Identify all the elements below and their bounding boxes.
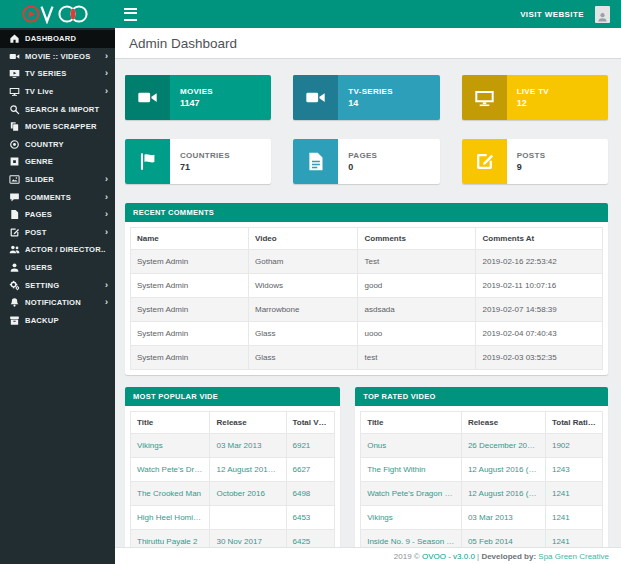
file-icon: [9, 209, 20, 220]
table-cell: test: [358, 346, 476, 370]
chevron-right-icon: ›: [105, 175, 108, 184]
column-header: Comments At: [476, 228, 603, 250]
recent-comments-body: NameVideoCommentsComments AtSystem Admin…: [125, 222, 608, 375]
chevron-right-icon: ›: [105, 87, 108, 96]
sidebar-item-movie-scrapper[interactable]: MOVIE SCRAPPER: [0, 118, 115, 136]
footer-developer-link[interactable]: Spa Green Creative: [538, 552, 609, 561]
table-cell: 2019-02-11 10:07:16: [476, 274, 603, 298]
stat-card-pages[interactable]: PAGES0: [293, 139, 439, 184]
table-row: System AdminMarrowboneasdsada2019-02-07 …: [131, 298, 603, 322]
table-cell: [210, 506, 286, 530]
chevron-right-icon: ›: [105, 193, 108, 202]
column-header: Name: [131, 228, 249, 250]
column-header: Comments: [358, 228, 476, 250]
sidebar-item-genre[interactable]: GENRE: [0, 153, 115, 171]
sidebar-item-tv-series[interactable]: TV SERIES›: [0, 65, 115, 83]
sidebar-item-setting[interactable]: SETTING›: [0, 276, 115, 294]
column-header: Title: [131, 412, 210, 434]
recent-comments-panel: RECENT COMMENTS NameVideoCommentsComment…: [125, 203, 608, 375]
users-icon: [9, 244, 20, 255]
table-cell: 1241: [545, 506, 602, 530]
table-cell: Glass: [249, 346, 358, 370]
footer-brand-link[interactable]: OVOO - v3.0.0: [422, 552, 475, 561]
video-title-link[interactable]: Watch Pete's Dragon: [131, 458, 210, 482]
person-icon: [597, 11, 608, 23]
stat-card-movies[interactable]: MOVIES1147: [125, 75, 271, 120]
table-cell: 1241: [545, 530, 602, 548]
video-title-link[interactable]: Vikings: [131, 434, 210, 458]
video-title-link[interactable]: High Heel Homicide: [131, 506, 210, 530]
sidebar-item-comments[interactable]: COMMENTS›: [0, 188, 115, 206]
table-cell: October 2016: [210, 482, 286, 506]
sidebar-item-notification[interactable]: NOTIFICATION›: [0, 294, 115, 312]
video-title-link[interactable]: Watch Pete's Dragon Full HD: [361, 482, 462, 506]
sidebar-item-post[interactable]: POST›: [0, 224, 115, 242]
image-icon: [9, 174, 20, 185]
footer-copyright: 2019 ©: [394, 552, 422, 561]
top-rated-heading: TOP RATED VIDEO: [355, 387, 608, 406]
stat-card-tv-series[interactable]: TV-SERIES14: [293, 75, 439, 120]
sidebar-item-country[interactable]: COUNTRY: [0, 136, 115, 154]
chevron-right-icon: ›: [105, 228, 108, 237]
table-row: System AdminGlassuooo2019-02-04 07:40:43: [131, 322, 603, 346]
table-row: System AdminGlasstest2019-02-03 03:52:35: [131, 346, 603, 370]
ovoo-logo[interactable]: [0, 0, 115, 28]
sidebar-item-dashboard[interactable]: DASHBOARD: [0, 30, 115, 48]
sidebar-item-pages[interactable]: PAGES›: [0, 206, 115, 224]
column-header: Total View: [286, 412, 335, 434]
table-cell: 1902: [545, 434, 602, 458]
sidebar-item-users[interactable]: USERS: [0, 259, 115, 277]
sidebar-item-movie-videos[interactable]: MOVIE :: VIDEOS›: [0, 48, 115, 66]
copy-icon: [9, 121, 20, 132]
top-rated-body: TitleReleaseTotal RatingOnus26 December …: [355, 406, 608, 547]
video-camera-icon: [125, 75, 170, 120]
table-cell: Gotham: [249, 250, 358, 274]
sidebar-item-backup[interactable]: BACKUP: [0, 312, 115, 330]
video-title-link[interactable]: The Crooked Man: [131, 482, 210, 506]
table-cell: 6627: [286, 458, 335, 482]
footer-developed-by: Developed by:: [481, 552, 538, 561]
most-popular-heading: MOST POPULAR VIDE: [125, 387, 340, 406]
video-title-link[interactable]: The Fight Within: [361, 458, 462, 482]
home-icon: [9, 33, 20, 44]
video-title-link[interactable]: Vikings: [361, 506, 462, 530]
recent-comments-heading: RECENT COMMENTS: [125, 203, 608, 222]
recent-comments-table: NameVideoCommentsComments AtSystem Admin…: [130, 227, 603, 370]
table-cell: 12 August 2016 (USA): [461, 458, 545, 482]
table-row: Vikings03 Mar 20131241: [361, 506, 603, 530]
main-area: Admin Dashboard MOVIES1147TV-SERIES14LIV…: [115, 28, 621, 564]
table-cell: Widows: [249, 274, 358, 298]
flag-icon: [125, 139, 170, 184]
sidebar-item-actor-director[interactable]: ACTOR / DIRECTOR..: [0, 241, 115, 259]
table-cell: 2019-02-03 03:52:35: [476, 346, 603, 370]
user-avatar[interactable]: [595, 6, 610, 23]
admin-dashboard-app: VISIT WEBSITE DASHBOARDMOVIE :: VIDEOS›T…: [0, 0, 621, 564]
ovoo-logo-icon: [21, 4, 95, 24]
stat-card-posts[interactable]: POSTS9: [462, 139, 608, 184]
topbar-right: VISIT WEBSITE: [520, 6, 621, 23]
table-cell: System Admin: [131, 346, 249, 370]
video-title-link[interactable]: Onus: [361, 434, 462, 458]
sidebar-item-search-import[interactable]: SEARCH & IMPORT: [0, 100, 115, 118]
stat-card-countries[interactable]: COUNTRIES71: [125, 139, 271, 184]
column-header: Release: [461, 412, 545, 434]
sidebar-item-slider[interactable]: SLIDER›: [0, 171, 115, 189]
table-cell: Glass: [249, 322, 358, 346]
video-title-link[interactable]: Inside No. 9 - Season 3 (2016): [361, 530, 462, 548]
table-cell: 6453: [286, 506, 335, 530]
video-title-link[interactable]: Thiruttu Payale 2: [131, 530, 210, 548]
grid-icon: [9, 156, 20, 167]
hamburger-menu-icon[interactable]: [124, 8, 137, 21]
stat-card-live-tv[interactable]: LIVE TV12: [462, 75, 608, 120]
table-cell: 6921: [286, 434, 335, 458]
table-cell: 30 Nov 2017: [210, 530, 286, 548]
table-cell: 2019-02-16 22:53:42: [476, 250, 603, 274]
table-cell: good: [358, 274, 476, 298]
edit-icon: [462, 139, 507, 184]
visit-website-link[interactable]: VISIT WEBSITE: [520, 10, 584, 19]
page-title: Admin Dashboard: [129, 36, 237, 51]
sidebar-item-tv-live[interactable]: TV Live›: [0, 83, 115, 101]
monitor-icon: [462, 75, 507, 120]
column-header: Total Rating: [545, 412, 602, 434]
sidebar-nav: DASHBOARDMOVIE :: VIDEOS›TV SERIES›TV Li…: [0, 28, 115, 329]
